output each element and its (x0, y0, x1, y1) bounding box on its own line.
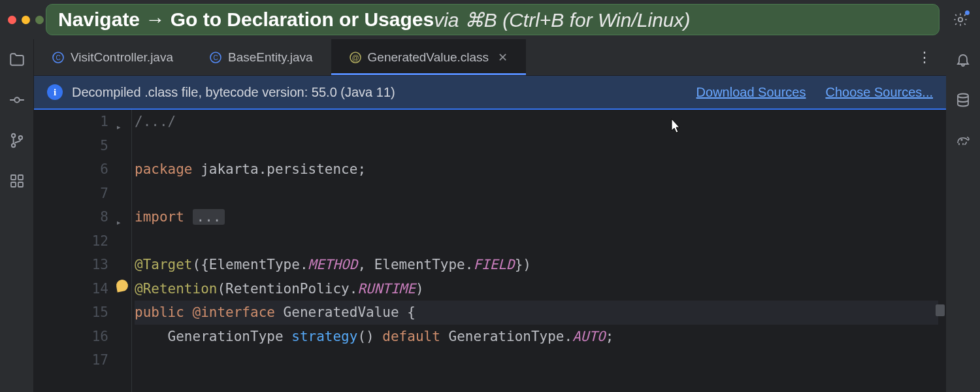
settings-notification-dot (965, 10, 970, 15)
line-number: 6 (100, 157, 108, 182)
gradle-tool-button[interactable] (955, 132, 972, 149)
class-file-icon: C (210, 52, 221, 63)
tab-close-button[interactable]: ✕ (495, 50, 508, 65)
class-file-icon: C (52, 52, 64, 63)
tab-visitcontroller[interactable]: C VisitController.java (34, 39, 191, 75)
titlebar: Navigate → Go to Declaration or Usages v… (0, 0, 980, 39)
line-number: 12 (92, 229, 108, 253)
editor-area: C VisitController.java C BaseEntity.java… (34, 39, 946, 392)
right-tool-rail (946, 39, 980, 392)
tip-action: Navigate → Go to Declaration or Usages (58, 8, 434, 31)
line-number: 13 (92, 253, 108, 277)
notice-text: Decompiled .class file, bytecode version… (72, 85, 395, 100)
line-number: 17 (92, 348, 108, 372)
window-zoom-button[interactable] (35, 16, 44, 24)
code-editor[interactable]: 1▸ 5 6 7 8▸ 12 13 14 15 16 17 /.../ pack… (34, 110, 946, 392)
svg-point-16 (961, 139, 962, 140)
database-icon (955, 92, 971, 108)
svg-text:C: C (56, 54, 60, 61)
commit-icon (8, 91, 25, 108)
svg-point-4 (18, 136, 22, 139)
line-number: 16 (92, 325, 108, 349)
bell-icon (955, 52, 971, 67)
svg-rect-5 (11, 175, 16, 180)
notice-actions: Download Sources Choose Sources... (696, 85, 933, 100)
line-number: 5 (100, 134, 108, 158)
git-branch-icon (8, 132, 25, 149)
left-tool-rail (0, 39, 34, 392)
tip-shortcut: via ⌘B (Ctrl+B for Win/Linux) (434, 8, 690, 31)
folded-region[interactable]: /.../ (135, 114, 176, 129)
line-number: 8 (100, 205, 108, 229)
annotation-file-icon: @ (350, 52, 361, 63)
line-number: 1 (100, 110, 108, 134)
svg-point-0 (958, 18, 962, 22)
line-number: 14 (92, 277, 108, 301)
tab-bar-menu-button[interactable]: ⋮ (904, 39, 946, 75)
tab-label: BaseEntity.java (228, 50, 313, 65)
download-sources-link[interactable]: Download Sources (696, 85, 806, 100)
svg-point-3 (11, 144, 14, 147)
window-minimize-button[interactable] (22, 16, 30, 24)
svg-point-15 (958, 94, 968, 98)
window-close-button[interactable] (8, 16, 16, 24)
svg-rect-6 (18, 175, 23, 180)
svg-text:@: @ (351, 53, 359, 61)
window-controls (8, 16, 44, 24)
folded-imports[interactable]: ... (193, 209, 225, 225)
choose-sources-link[interactable]: Choose Sources... (825, 85, 933, 100)
svg-rect-7 (11, 182, 16, 187)
tab-generatedvalue[interactable]: @ GeneratedValue.class ✕ (331, 39, 527, 75)
grid-icon (9, 173, 25, 189)
line-number: 7 (100, 182, 108, 206)
settings-button[interactable] (950, 9, 971, 30)
tip-banner: Navigate → Go to Declaration or Usages v… (46, 4, 939, 35)
decompiled-notice-bar: i Decompiled .class file, bytecode versi… (34, 76, 946, 110)
svg-point-2 (11, 134, 14, 137)
notifications-button[interactable] (955, 51, 972, 68)
code-content[interactable]: /.../ package jakarta.persistence; impor… (132, 110, 946, 392)
vcs-tool-button[interactable] (8, 132, 25, 149)
svg-text:C: C (213, 54, 218, 61)
main-area: C VisitController.java C BaseEntity.java… (0, 39, 980, 392)
scrollbar-thumb[interactable] (936, 304, 945, 316)
tab-label: GeneratedValue.class (368, 50, 489, 65)
more-tool-button[interactable] (8, 172, 25, 189)
tab-baseentity[interactable]: C BaseEntity.java (191, 39, 331, 75)
line-gutter: 1▸ 5 6 7 8▸ 12 13 14 15 16 17 (34, 110, 132, 392)
info-icon: i (47, 84, 63, 100)
elephant-icon (955, 133, 972, 148)
database-tool-button[interactable] (955, 91, 972, 108)
commit-tool-button[interactable] (8, 91, 25, 108)
svg-point-1 (14, 97, 20, 103)
folder-icon (8, 51, 25, 68)
tab-label: VisitController.java (71, 50, 173, 65)
line-number: 15 (92, 301, 108, 325)
svg-rect-8 (18, 182, 23, 187)
project-tool-button[interactable] (8, 51, 25, 68)
editor-tab-bar: C VisitController.java C BaseEntity.java… (34, 39, 946, 76)
